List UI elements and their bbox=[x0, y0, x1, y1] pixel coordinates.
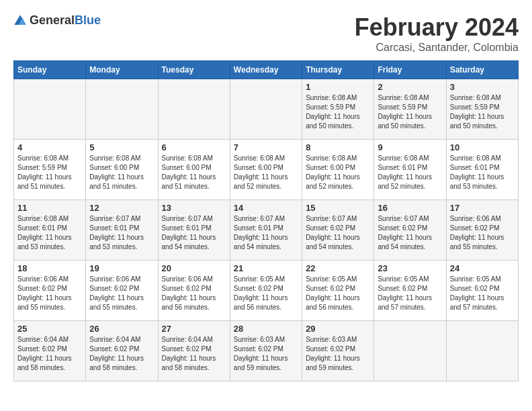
calendar-table: SundayMondayTuesdayWednesdayThursdayFrid… bbox=[13, 60, 519, 381]
calendar-cell: 11Sunrise: 6:08 AM Sunset: 6:01 PM Dayli… bbox=[14, 200, 86, 261]
day-number: 29 bbox=[306, 324, 370, 334]
calendar-cell: 22Sunrise: 6:05 AM Sunset: 6:02 PM Dayli… bbox=[302, 261, 374, 321]
logo-icon bbox=[13, 14, 27, 28]
calendar-body: 1Sunrise: 6:08 AM Sunset: 5:59 PM Daylig… bbox=[14, 79, 519, 381]
day-info: Sunrise: 6:08 AM Sunset: 6:00 PM Dayligh… bbox=[234, 154, 298, 191]
day-info: Sunrise: 6:06 AM Sunset: 6:02 PM Dayligh… bbox=[450, 214, 515, 252]
calendar-cell: 13Sunrise: 6:07 AM Sunset: 6:01 PM Dayli… bbox=[158, 200, 230, 261]
day-info: Sunrise: 6:06 AM Sunset: 6:02 PM Dayligh… bbox=[17, 275, 82, 312]
day-info: Sunrise: 6:08 AM Sunset: 6:00 PM Dayligh… bbox=[89, 154, 154, 191]
day-info: Sunrise: 6:08 AM Sunset: 5:59 PM Dayligh… bbox=[450, 93, 515, 131]
calendar-cell: 6Sunrise: 6:08 AM Sunset: 6:00 PM Daylig… bbox=[158, 140, 230, 200]
day-number: 5 bbox=[89, 142, 154, 152]
day-info: Sunrise: 6:08 AM Sunset: 5:59 PM Dayligh… bbox=[17, 154, 82, 191]
day-number: 9 bbox=[378, 142, 442, 152]
month-title: February 2024 bbox=[355, 13, 519, 42]
day-info: Sunrise: 6:05 AM Sunset: 6:02 PM Dayligh… bbox=[450, 275, 515, 312]
calendar-cell: 29Sunrise: 6:03 AM Sunset: 6:02 PM Dayli… bbox=[302, 321, 374, 381]
day-number: 15 bbox=[306, 203, 370, 213]
calendar-cell: 1Sunrise: 6:08 AM Sunset: 5:59 PM Daylig… bbox=[302, 79, 374, 140]
day-info: Sunrise: 6:05 AM Sunset: 6:02 PM Dayligh… bbox=[306, 275, 370, 312]
day-number: 4 bbox=[17, 142, 82, 152]
day-number: 12 bbox=[89, 203, 154, 213]
calendar-cell: 4Sunrise: 6:08 AM Sunset: 5:59 PM Daylig… bbox=[14, 140, 86, 200]
calendar-cell: 20Sunrise: 6:06 AM Sunset: 6:02 PM Dayli… bbox=[158, 261, 230, 321]
weekday-header-cell: Friday bbox=[374, 61, 446, 79]
calendar-cell: 21Sunrise: 6:05 AM Sunset: 6:02 PM Dayli… bbox=[230, 261, 302, 321]
day-number: 6 bbox=[162, 142, 226, 152]
day-info: Sunrise: 6:07 AM Sunset: 6:01 PM Dayligh… bbox=[89, 214, 154, 252]
day-info: Sunrise: 6:05 AM Sunset: 6:02 PM Dayligh… bbox=[378, 275, 442, 312]
weekday-header-cell: Saturday bbox=[446, 61, 518, 79]
day-info: Sunrise: 6:08 AM Sunset: 6:00 PM Dayligh… bbox=[306, 154, 370, 191]
day-number: 7 bbox=[234, 142, 298, 152]
day-info: Sunrise: 6:06 AM Sunset: 6:02 PM Dayligh… bbox=[162, 275, 226, 312]
day-number: 26 bbox=[89, 324, 154, 334]
day-info: Sunrise: 6:08 AM Sunset: 6:01 PM Dayligh… bbox=[450, 154, 515, 191]
calendar-cell: 14Sunrise: 6:07 AM Sunset: 6:01 PM Dayli… bbox=[230, 200, 302, 261]
day-number: 24 bbox=[450, 263, 515, 273]
calendar-cell: 7Sunrise: 6:08 AM Sunset: 6:00 PM Daylig… bbox=[230, 140, 302, 200]
day-number: 21 bbox=[234, 263, 298, 273]
day-info: Sunrise: 6:07 AM Sunset: 6:02 PM Dayligh… bbox=[306, 214, 370, 252]
calendar-cell: 23Sunrise: 6:05 AM Sunset: 6:02 PM Dayli… bbox=[374, 261, 446, 321]
day-number: 19 bbox=[89, 263, 154, 273]
calendar-cell bbox=[158, 79, 230, 140]
day-number: 25 bbox=[17, 324, 82, 334]
calendar-cell: 10Sunrise: 6:08 AM Sunset: 6:01 PM Dayli… bbox=[446, 140, 518, 200]
header-area: GeneralBlue February 2024 Carcasi, Santa… bbox=[13, 13, 519, 54]
calendar-cell bbox=[14, 79, 86, 140]
day-number: 8 bbox=[306, 142, 370, 152]
logo-blue: Blue bbox=[75, 13, 101, 27]
title-area: February 2024 Carcasi, Santander, Colomb… bbox=[355, 13, 519, 54]
day-info: Sunrise: 6:08 AM Sunset: 5:59 PM Dayligh… bbox=[378, 93, 442, 131]
calendar-week-row: 11Sunrise: 6:08 AM Sunset: 6:01 PM Dayli… bbox=[14, 200, 519, 261]
calendar-cell: 9Sunrise: 6:08 AM Sunset: 6:01 PM Daylig… bbox=[374, 140, 446, 200]
day-info: Sunrise: 6:07 AM Sunset: 6:01 PM Dayligh… bbox=[162, 214, 226, 252]
calendar-cell bbox=[374, 321, 446, 381]
day-number: 20 bbox=[162, 263, 226, 273]
day-number: 17 bbox=[450, 203, 515, 213]
day-info: Sunrise: 6:08 AM Sunset: 6:01 PM Dayligh… bbox=[17, 214, 82, 252]
day-number: 2 bbox=[378, 82, 442, 92]
calendar-cell bbox=[86, 79, 158, 140]
location-title: Carcasi, Santander, Colombia bbox=[355, 42, 519, 54]
calendar-cell bbox=[230, 79, 302, 140]
weekday-header-cell: Monday bbox=[86, 61, 158, 79]
day-number: 10 bbox=[450, 142, 515, 152]
day-number: 13 bbox=[162, 203, 226, 213]
weekday-header-row: SundayMondayTuesdayWednesdayThursdayFrid… bbox=[14, 61, 519, 79]
day-info: Sunrise: 6:07 AM Sunset: 6:02 PM Dayligh… bbox=[378, 214, 442, 252]
calendar-cell: 27Sunrise: 6:04 AM Sunset: 6:02 PM Dayli… bbox=[158, 321, 230, 381]
calendar-cell: 24Sunrise: 6:05 AM Sunset: 6:02 PM Dayli… bbox=[446, 261, 518, 321]
calendar-cell: 3Sunrise: 6:08 AM Sunset: 5:59 PM Daylig… bbox=[446, 79, 518, 140]
calendar-cell: 5Sunrise: 6:08 AM Sunset: 6:00 PM Daylig… bbox=[86, 140, 158, 200]
day-number: 14 bbox=[234, 203, 298, 213]
calendar-cell: 26Sunrise: 6:04 AM Sunset: 6:02 PM Dayli… bbox=[86, 321, 158, 381]
day-info: Sunrise: 6:03 AM Sunset: 6:02 PM Dayligh… bbox=[306, 335, 370, 373]
calendar-cell: 19Sunrise: 6:06 AM Sunset: 6:02 PM Dayli… bbox=[86, 261, 158, 321]
day-number: 16 bbox=[378, 203, 442, 213]
calendar-cell: 16Sunrise: 6:07 AM Sunset: 6:02 PM Dayli… bbox=[374, 200, 446, 261]
day-number: 28 bbox=[234, 324, 298, 334]
day-info: Sunrise: 6:06 AM Sunset: 6:02 PM Dayligh… bbox=[89, 275, 154, 312]
calendar-cell: 17Sunrise: 6:06 AM Sunset: 6:02 PM Dayli… bbox=[446, 200, 518, 261]
day-info: Sunrise: 6:08 AM Sunset: 6:01 PM Dayligh… bbox=[378, 154, 442, 191]
day-info: Sunrise: 6:07 AM Sunset: 6:01 PM Dayligh… bbox=[234, 214, 298, 252]
day-number: 23 bbox=[378, 263, 442, 273]
calendar-cell: 25Sunrise: 6:04 AM Sunset: 6:02 PM Dayli… bbox=[14, 321, 86, 381]
day-number: 1 bbox=[306, 82, 370, 92]
calendar-week-row: 4Sunrise: 6:08 AM Sunset: 5:59 PM Daylig… bbox=[14, 140, 519, 200]
day-info: Sunrise: 6:04 AM Sunset: 6:02 PM Dayligh… bbox=[162, 335, 226, 373]
day-number: 3 bbox=[450, 82, 515, 92]
calendar-week-row: 1Sunrise: 6:08 AM Sunset: 5:59 PM Daylig… bbox=[14, 79, 519, 140]
weekday-header-cell: Tuesday bbox=[158, 61, 230, 79]
day-info: Sunrise: 6:03 AM Sunset: 6:02 PM Dayligh… bbox=[234, 335, 298, 373]
calendar-cell: 18Sunrise: 6:06 AM Sunset: 6:02 PM Dayli… bbox=[14, 261, 86, 321]
calendar-cell: 8Sunrise: 6:08 AM Sunset: 6:00 PM Daylig… bbox=[302, 140, 374, 200]
day-info: Sunrise: 6:08 AM Sunset: 6:00 PM Dayligh… bbox=[162, 154, 226, 191]
day-info: Sunrise: 6:04 AM Sunset: 6:02 PM Dayligh… bbox=[17, 335, 82, 373]
weekday-header-cell: Thursday bbox=[302, 61, 374, 79]
day-number: 22 bbox=[306, 263, 370, 273]
day-info: Sunrise: 6:04 AM Sunset: 6:02 PM Dayligh… bbox=[89, 335, 154, 373]
